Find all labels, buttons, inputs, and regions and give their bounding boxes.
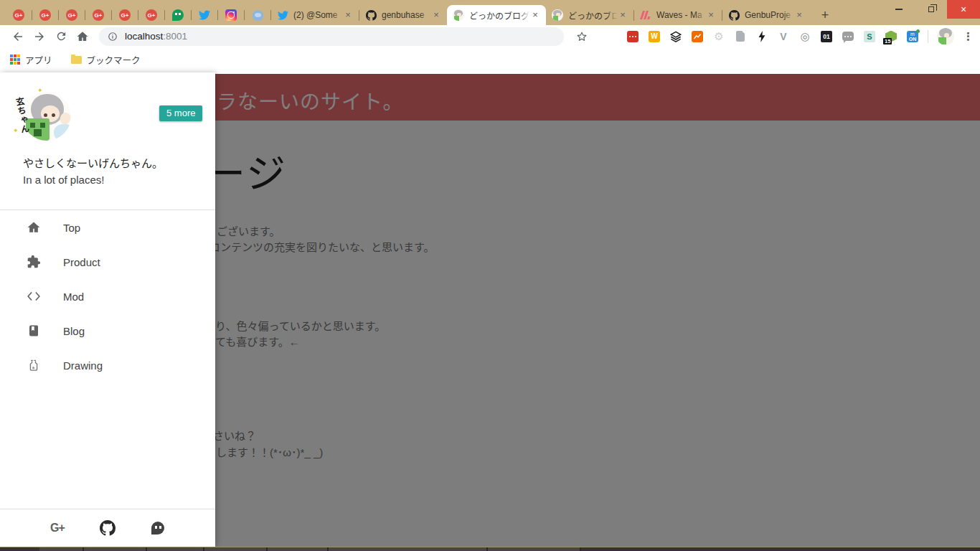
- window-restore-button[interactable]: [915, 0, 947, 19]
- window-controls: ×: [882, 0, 980, 19]
- tab-blog-active[interactable]: どっかのブログ ×: [447, 5, 546, 25]
- pinned-tab-hangouts[interactable]: [165, 5, 191, 25]
- gplus-icon: G+: [50, 522, 65, 534]
- menu-item-product[interactable]: Product: [0, 245, 215, 279]
- vimium-extension-icon[interactable]: V: [777, 30, 790, 43]
- home-button[interactable]: [72, 27, 93, 47]
- twitter-icon: [199, 9, 210, 21]
- waves-icon: [640, 11, 652, 19]
- file-extension-icon[interactable]: [734, 30, 747, 43]
- close-icon[interactable]: ×: [530, 10, 540, 20]
- chat-extension-icon[interactable]: [842, 30, 854, 43]
- github-link[interactable]: [100, 520, 116, 536]
- github-icon: [100, 520, 116, 536]
- pinned-tab-gplus[interactable]: G+: [85, 5, 111, 25]
- url-text: localhost:8001: [125, 31, 187, 42]
- home-icon: [27, 220, 41, 235]
- reload-icon: [55, 30, 67, 42]
- new-tab-button[interactable]: +: [814, 5, 836, 25]
- gplus-icon: G+: [146, 9, 157, 21]
- tab-strip: G+ G+ G+ G+ G+ G+ (2) @Some × genbuhase: [0, 0, 980, 25]
- bookmarks-folder-item[interactable]: ブックマーク: [71, 53, 141, 67]
- tab-blog-inactive[interactable]: どっかのブログ ×: [546, 5, 633, 25]
- forward-button[interactable]: [29, 27, 50, 47]
- online-dot: [916, 29, 920, 33]
- home-icon: [76, 30, 89, 43]
- pinned-tab-mastodon[interactable]: [245, 5, 270, 25]
- tab-twitter-notifications[interactable]: (2) @Some ×: [271, 5, 359, 25]
- menu-item-drawing[interactable]: Drawing: [0, 348, 215, 382]
- analytics-extension-icon[interactable]: [691, 30, 704, 43]
- bookmarks-bar: アプリ ブックマーク: [0, 47, 980, 72]
- close-icon[interactable]: ×: [618, 10, 628, 20]
- tab-title: どっかのブログ: [469, 9, 530, 22]
- bookmarks-apps-item[interactable]: アプリ: [10, 53, 52, 67]
- reload-button[interactable]: [50, 27, 72, 47]
- browser-toolbar: localhost:8001 W ⚙ V ◎ 01 S 15: [0, 25, 980, 47]
- profile-avatar-large: ✦ ✦ 玄ちゃん: [19, 88, 75, 144]
- book-icon: [27, 324, 40, 338]
- red-dots-extension-icon[interactable]: [626, 30, 639, 43]
- menu-item-label: Drawing: [63, 359, 103, 372]
- gplus-icon: G+: [119, 9, 131, 21]
- zero-one-extension-icon[interactable]: 01: [820, 30, 833, 43]
- page-info-icon[interactable]: [108, 32, 118, 42]
- pinned-tab-gplus[interactable]: G+: [138, 5, 164, 25]
- back-button[interactable]: [7, 27, 29, 47]
- pinned-tab-gplus[interactable]: G+: [59, 5, 85, 25]
- close-icon[interactable]: ×: [343, 10, 353, 20]
- hexagon-extension-icon[interactable]: 15: [885, 30, 897, 43]
- bookmarks-folder-label: ブックマーク: [87, 53, 141, 67]
- menu-item-blog[interactable]: Blog: [0, 314, 215, 348]
- avatar-hoodie: [54, 124, 71, 140]
- twitter-icon: [278, 10, 288, 21]
- hangouts-link[interactable]: [150, 520, 166, 536]
- forward-icon: [33, 30, 46, 43]
- code-icon: [27, 289, 41, 303]
- tab-waves[interactable]: Waves - Ma ×: [634, 5, 722, 25]
- navigation-drawer: ✦ ✦ 玄ちゃん 5 more やさしくなーいげんちゃん。 In a lot o…: [0, 72, 215, 547]
- pinned-tab-gplus[interactable]: G+: [6, 5, 32, 25]
- close-icon[interactable]: ×: [706, 10, 716, 20]
- menu-item-label: Mod: [63, 291, 84, 303]
- flower-extension-icon[interactable]: ⚙: [712, 30, 725, 43]
- close-icon[interactable]: ×: [431, 10, 441, 20]
- five-more-badge[interactable]: 5 more: [159, 105, 202, 121]
- browser-window: G+ G+ G+ G+ G+ G+ (2) @Some × genbuhase: [0, 0, 980, 551]
- taskbar-strip[interactable]: [0, 547, 980, 551]
- pinned-tab-instagram[interactable]: [218, 5, 244, 25]
- close-icon[interactable]: ×: [794, 10, 804, 20]
- chrome-menu-button[interactable]: ⋮: [963, 30, 973, 43]
- puzzle-icon: [27, 255, 41, 269]
- w-extension-icon[interactable]: W: [648, 30, 661, 43]
- star-icon: [575, 30, 588, 43]
- mastodon-on-extension-icon[interactable]: mON: [906, 30, 919, 43]
- profile-avatar[interactable]: [937, 28, 954, 45]
- tab-github-genbuproject[interactable]: GenbuProje ×: [722, 5, 810, 25]
- tab-title: genbuhase: [382, 10, 431, 20]
- drawer-menu: Top Product Mod Blog Drawing: [0, 210, 215, 382]
- target-extension-icon[interactable]: ◎: [798, 30, 811, 43]
- menu-item-mod[interactable]: Mod: [0, 279, 215, 314]
- window-minimize-button[interactable]: [882, 0, 915, 19]
- pinned-tab-gplus[interactable]: G+: [32, 5, 58, 25]
- pinned-tab-gplus[interactable]: G+: [112, 5, 138, 25]
- window-close-button[interactable]: ×: [947, 0, 980, 19]
- menu-item-top[interactable]: Top: [0, 210, 215, 245]
- bookmark-star-button[interactable]: [571, 27, 593, 47]
- menu-item-label: Blog: [63, 325, 85, 337]
- address-bar[interactable]: localhost:8001: [99, 27, 564, 46]
- site-avatar-favicon: [552, 9, 563, 21]
- github-icon: [729, 10, 740, 21]
- stylus-extension-icon[interactable]: S: [863, 30, 876, 43]
- gplus-link[interactable]: G+: [50, 520, 65, 536]
- layers-extension-icon[interactable]: [669, 30, 682, 43]
- back-icon: [11, 30, 24, 43]
- tab-github-genbuhase[interactable]: genbuhase ×: [359, 5, 447, 25]
- extension-badge: 15: [883, 38, 892, 44]
- gplus-icon: G+: [93, 9, 104, 21]
- pinned-tab-twitter[interactable]: [192, 5, 217, 25]
- hangouts-icon: [172, 9, 184, 21]
- bolt-extension-icon[interactable]: [755, 30, 768, 43]
- drawer-social-row: G+: [0, 509, 215, 547]
